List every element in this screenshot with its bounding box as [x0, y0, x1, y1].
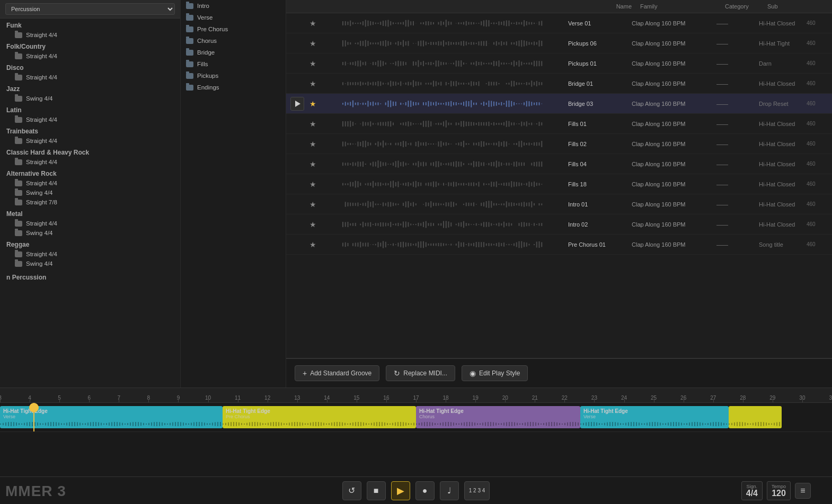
pattern-folder-fills[interactable]: Fills [181, 58, 286, 70]
folder-icon [186, 61, 193, 67]
file-name: Verse 01 [568, 20, 632, 26]
pattern-folder-chorus[interactable]: Chorus [181, 35, 286, 47]
table-row[interactable]: ★Verse 01Clap Along 160 BPM——Hi-Hat Clos… [286, 13, 832, 33]
timeline-block-1[interactable]: Hi-Hat Tight EdgePre Chorus [223, 406, 416, 428]
sidebar-item-straight-4/4[interactable]: Straight 4/4 [0, 136, 180, 146]
table-row[interactable]: ★Pre Chorus 01Clap Along 160 BPM——Song t… [286, 235, 832, 255]
svg-rect-796 [534, 203, 535, 205]
pattern-folder-endings[interactable]: Endings [181, 82, 286, 93]
star-icon[interactable]: ★ [307, 240, 318, 249]
star-icon[interactable]: ★ [307, 79, 318, 88]
svg-rect-1166 [546, 422, 547, 426]
svg-rect-294 [479, 81, 480, 86]
stop-button[interactable]: ■ [367, 481, 386, 500]
table-row[interactable]: ★Bridge 01Clap Along 160 BPM——Hi-Hat Clo… [286, 74, 832, 94]
star-icon[interactable]: ★ [307, 120, 318, 128]
sidebar-category-disco: Disco [0, 61, 180, 73]
svg-rect-487 [360, 142, 361, 146]
count-in-button[interactable]: 1 2 3 4 [464, 481, 490, 500]
play-button[interactable]: ▶ [391, 481, 410, 500]
sidebar-item-straight-4/4[interactable]: Straight 4/4 [0, 51, 180, 61]
svg-rect-937 [486, 243, 487, 245]
sidebar-item-swing-4/4[interactable]: Swing 4/4 [0, 188, 180, 197]
table-row[interactable]: ★Fills 01Clap Along 160 BPM——Hi-Hat Clos… [286, 114, 832, 134]
app-container: Percussion Drums FunkStraight 4/4Folk/Co… [0, 0, 832, 504]
svg-rect-583 [400, 162, 401, 166]
svg-rect-12 [373, 21, 374, 24]
svg-rect-460 [493, 122, 494, 125]
svg-rect-930 [468, 242, 470, 246]
sidebar-item-swing-4/4[interactable]: Swing 4/4 [0, 228, 180, 238]
add-standard-groove-button[interactable]: + Add Standard Groove [295, 365, 379, 381]
svg-rect-822 [398, 222, 399, 226]
sidebar-item-straight-4/4[interactable]: Straight 4/4 [0, 115, 180, 124]
svg-rect-50 [468, 22, 470, 24]
svg-rect-527 [461, 142, 462, 146]
sidebar-item-straight-4/4[interactable]: Straight 4/4 [0, 30, 180, 40]
svg-rect-169 [365, 61, 366, 65]
svg-rect-989 [77, 422, 78, 426]
sidebar-item-swing-4/4[interactable]: Swing 4/4 [0, 259, 180, 268]
svg-rect-526 [458, 142, 459, 145]
play-row-button[interactable] [290, 97, 304, 111]
svg-rect-1 [345, 21, 346, 25]
sidebar-item-straight-4/4[interactable]: Straight 4/4 [0, 157, 180, 167]
svg-rect-925 [456, 244, 457, 246]
svg-rect-262 [398, 83, 399, 85]
svg-rect-6 [358, 22, 359, 23]
star-icon[interactable]: ★ [307, 180, 318, 188]
playhead-handle[interactable] [29, 403, 39, 412]
sidebar-item-straight-4/4[interactable]: Straight 4/4 [0, 73, 180, 82]
svg-rect-430 [418, 123, 419, 124]
category-dropdown[interactable]: Percussion Drums [5, 3, 175, 15]
table-row[interactable]: ★Pickups 06Clap Along 160 BPM——Hi-Hat Ti… [286, 33, 832, 53]
table-row[interactable]: ★Intro 02Clap Along 160 BPM——Hi-Hat Clos… [286, 214, 832, 235]
loop-button[interactable]: ↺ [342, 481, 361, 500]
pattern-folder-verse[interactable]: Verse [181, 12, 286, 23]
sidebar-item-straight-4/4[interactable]: Straight 4/4 [0, 219, 180, 228]
svg-rect-977 [45, 423, 46, 426]
sidebar-item-swing-4/4[interactable]: Swing 4/4 [0, 94, 180, 103]
sidebar-item-straight-4/4[interactable]: Straight 4/4 [0, 249, 180, 259]
table-row[interactable]: ★Bridge 03Clap Along 160 BPM——Drop Reset… [286, 94, 832, 114]
record-button[interactable]: ● [415, 481, 435, 500]
svg-rect-291 [471, 81, 472, 86]
svg-rect-1061 [268, 423, 269, 426]
table-row[interactable]: ★Fills 04Clap Along 160 BPM——Hi-Hat Clos… [286, 154, 832, 174]
timeline-block-3[interactable]: Hi-Hat Tight EdgeVerse [580, 406, 729, 428]
tempo-box[interactable]: Tempo 120 [767, 481, 791, 500]
star-icon[interactable]: ★ [307, 39, 318, 48]
svg-rect-566 [358, 161, 359, 167]
timeline-block-4[interactable] [729, 406, 782, 428]
svg-rect-1105 [384, 422, 385, 426]
svg-rect-1113 [405, 422, 406, 426]
timeline-block-2[interactable]: Hi-Hat Tight EdgeChorus [416, 406, 580, 428]
svg-rect-1214 [673, 422, 674, 426]
table-row[interactable]: ★Intro 01Clap Along 160 BPM——Hi-Hat Clos… [286, 194, 832, 214]
pattern-folder-pre-chorus[interactable]: Pre Chorus [181, 23, 286, 35]
star-icon[interactable]: ★ [307, 100, 318, 108]
svg-rect-888 [362, 242, 364, 246]
time-signature-box[interactable]: Sign. 4/4 [741, 481, 763, 500]
star-icon[interactable]: ★ [307, 220, 318, 229]
menu-button[interactable]: ≡ [795, 483, 811, 499]
table-row[interactable]: ★Fills 18Clap Along 160 BPM——Hi-Hat Clos… [286, 174, 832, 194]
pattern-folder-pickups[interactable]: Pickups [181, 70, 286, 82]
edit-play-style-button[interactable]: ◉ Edit Play Style [462, 365, 528, 381]
pattern-folder-intro[interactable]: Intro [181, 0, 286, 12]
svg-rect-871 [521, 222, 522, 227]
svg-rect-203 [450, 63, 452, 64]
star-icon[interactable]: ★ [307, 140, 318, 148]
star-icon[interactable]: ★ [307, 19, 318, 28]
sidebar-item-straight-4/4[interactable]: Straight 4/4 [0, 178, 180, 188]
sidebar-item-straight-7/8[interactable]: Straight 7/8 [0, 197, 180, 207]
replace-midi-button[interactable]: ↻ Replace MIDI... [386, 365, 455, 381]
metronome-button[interactable]: ♩ [440, 481, 459, 500]
svg-rect-801 [345, 222, 346, 227]
star-icon[interactable]: ★ [307, 59, 318, 68]
star-icon[interactable]: ★ [307, 160, 318, 168]
table-row[interactable]: ★Pickups 01Clap Along 160 BPM——Darn460 [286, 53, 832, 74]
pattern-folder-bridge[interactable]: Bridge [181, 47, 286, 58]
table-row[interactable]: ★Fills 02Clap Along 160 BPM——Hi-Hat Clos… [286, 134, 832, 154]
star-icon[interactable]: ★ [307, 200, 318, 209]
